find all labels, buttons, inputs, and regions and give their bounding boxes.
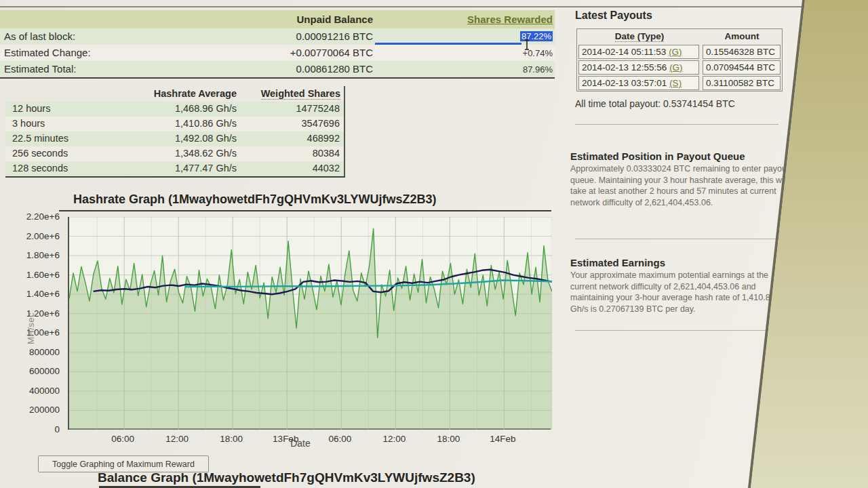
table-row: 3 hours 1,410.86 Gh/s 3547696 [5, 117, 344, 131]
hashrate-value: 1,410.86 Gh/s [175, 118, 237, 129]
x-tick-label: 12:00 [374, 434, 414, 444]
y-tick-label: 1.40e+6 [26, 289, 60, 299]
y-tick-label: 800000 [29, 347, 60, 357]
table-row-estimated-change: Estimated Change: +0.00770064 BTC +0.74% [0, 45, 555, 61]
screen-photo-edge [732, 0, 868, 488]
period-label: 22.5 minutes [12, 133, 68, 144]
y-tick-label: 2.00e+6 [26, 231, 60, 241]
shares-rewarded-header-link[interactable]: Shares Rewarded [467, 14, 553, 25]
shares-value: 44032 [313, 163, 340, 174]
hashrate-chart [68, 217, 551, 430]
shares-value: 80384 [313, 148, 340, 159]
row-label: As of last block: [4, 30, 75, 42]
unpaid-balance-header: Unpaid Balance [296, 14, 373, 25]
hashrate-value: 1,348.62 Gh/s [175, 148, 237, 159]
hashrate-table-header: Hashrate Average Weighted Shares [5, 86, 344, 102]
payout-type-link[interactable]: (G) [669, 47, 682, 57]
period-label: 128 seconds [12, 163, 68, 174]
date-type-header: Date (Type) [615, 31, 665, 42]
table-row: 22.5 minutes 1,492.08 Gh/s 468992 [5, 131, 344, 146]
payout-date: 2014-02-13 12:55:56 [582, 62, 667, 73]
text-cursor-icon [524, 39, 530, 50]
table-row: 128 seconds 1,477.47 Gh/s 44032 [5, 161, 344, 176]
table-row: 12 hours 1,468.96 Gh/s 14775248 [5, 102, 344, 117]
row-label: Estimated Total: [4, 63, 76, 75]
balance-graph-title: Balance Graph (1MwayhowetdFh7gQHVmKv3LYW… [98, 470, 475, 485]
balance-summary-table: Unpaid Balance Shares Rewarded As of las… [0, 10, 555, 79]
x-tick-label: 12:00 [157, 434, 197, 444]
balance-table-header: Unpaid Balance Shares Rewarded [0, 10, 555, 28]
x-tick-label: 18:00 [428, 434, 469, 444]
period-label: 12 hours [12, 103, 50, 114]
hashrate-chart-svg [69, 217, 552, 430]
y-tick-label: 400000 [29, 386, 60, 396]
row-label: Estimated Change: [4, 47, 91, 58]
mining-pool-stats-page: Unpaid Balance Shares Rewarded As of las… [0, 0, 868, 488]
latest-payouts-title: Latest Payouts [575, 9, 652, 22]
shares-value: 14775248 [296, 103, 340, 114]
hashrate-raw-area [69, 228, 552, 430]
y-tick-label: 1.80e+6 [26, 250, 60, 260]
hashrate-value: 1,492.08 Gh/s [175, 133, 237, 144]
period-label: 3 hours [12, 118, 45, 129]
hashrate-averages-table: Hashrate Average Weighted Shares 12 hour… [5, 86, 345, 178]
payout-type-link[interactable]: (G) [669, 62, 683, 73]
table-row-as-of-last-block: As of last block: 0.00091216 BTC 87.22% [0, 28, 555, 45]
hashrate-graph-title: Hashrate Graph (1MwayhowetdFh7gQHVmKv3LY… [59, 192, 551, 211]
all-time-total-payout: All time total payout: 0.53741454 BTC [575, 98, 735, 109]
y-axis-label: MH/sec [26, 312, 36, 344]
payout-date: 2014-02-13 03:57:01 [582, 78, 667, 88]
period-label: 256 seconds [12, 148, 68, 159]
weighted-shares-header: Weighted Shares [261, 88, 340, 100]
y-tick-label: 0 [54, 424, 60, 434]
table-row-estimated-total: Estimated Total: 0.00861280 BTC 87.96% [0, 61, 555, 77]
y-tick-label: 1.60e+6 [26, 270, 60, 280]
x-tick-label: 14Feb [482, 434, 523, 444]
hashrate-average-header: Hashrate Average [154, 88, 237, 99]
x-tick-label: 18:00 [211, 434, 252, 444]
shares-value: 3547696 [302, 118, 340, 129]
x-tick-label: 06:00 [102, 434, 143, 444]
y-tick-label: 200000 [29, 405, 60, 415]
x-axis-label: Date [280, 438, 321, 449]
payout-queue-title: Estimated Position in Payout Queue [570, 150, 745, 162]
hashrate-value: 1,468.96 Gh/s [175, 103, 237, 114]
table-row: 256 seconds 1,348.62 Gh/s 80384 [5, 146, 344, 161]
payout-type-link[interactable]: (S) [669, 78, 682, 88]
x-tick-label: 06:00 [319, 434, 360, 444]
y-tick-label: 2.20e+6 [26, 211, 60, 222]
hashrate-value: 1,477.47 Gh/s [175, 163, 237, 174]
shares-value: 468992 [307, 133, 340, 144]
btc-value: 0.00091216 BTC [296, 30, 373, 42]
btc-value: +0.00770064 BTC [290, 47, 373, 58]
estimated-earnings-title: Estimated Earnings [570, 257, 665, 268]
window-top-edge [0, 6, 806, 7]
y-tick-label: 600000 [29, 366, 60, 376]
shares-rewarded-value: 87.96% [523, 64, 553, 75]
payout-date: 2014-02-14 05:11:53 [582, 47, 666, 57]
btc-value: 0.00861280 BTC [296, 63, 373, 75]
